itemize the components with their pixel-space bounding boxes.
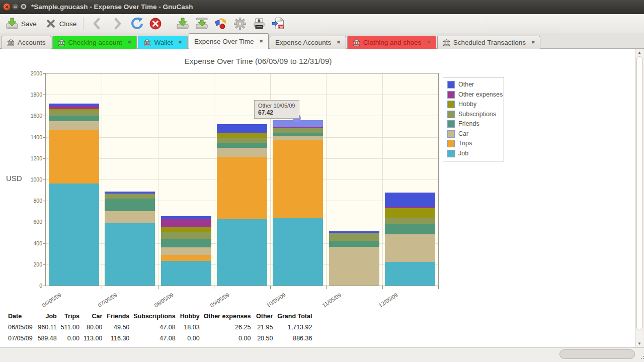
bar-segment-job-06-05-09[interactable] <box>49 184 99 286</box>
bar-segment-subscriptions-10-05-09[interactable] <box>273 128 323 133</box>
scroll-down-icon[interactable]: ▼ <box>636 340 643 347</box>
bar-segment-other-08-05-09[interactable] <box>161 216 211 219</box>
gear-icon <box>233 17 247 30</box>
bar-segment-friends-11-05-09[interactable] <box>329 241 379 247</box>
window-minimize-icon[interactable] <box>12 3 19 11</box>
bar-segment-job-09-05-09[interactable] <box>217 219 267 286</box>
tab-close-icon[interactable]: ✖ <box>178 40 182 45</box>
tab-close-icon[interactable]: ✖ <box>427 40 431 45</box>
y-tick-mark <box>43 222 45 222</box>
y-tick-mark <box>43 179 45 180</box>
bar-segment-car-09-05-09[interactable] <box>217 148 267 157</box>
y-tick-label: 200 <box>25 261 42 267</box>
bar-segment-car-10-05-09[interactable] <box>273 136 323 140</box>
tab-close-icon[interactable]: ✖ <box>531 40 535 45</box>
bar-segment-other-expenses-06-05-09[interactable] <box>49 106 99 109</box>
x-tick-label: 09/05/09 <box>209 292 231 309</box>
bar-segment-subscriptions-07-05-09[interactable] <box>105 194 155 199</box>
bar-segment-friends-12-05-09[interactable] <box>385 224 435 234</box>
horizontal-scrollbar-thumb[interactable] <box>559 349 635 359</box>
export-pdf-button[interactable]: PDF <box>270 16 286 32</box>
bar-segment-other-09-05-09[interactable] <box>217 124 267 133</box>
tab-expense-over-time[interactable]: Expense Over Time✖ <box>189 33 269 49</box>
bar-segment-other-12-05-09[interactable] <box>385 193 435 207</box>
bar-segment-subscriptions-06-05-09[interactable] <box>49 111 99 116</box>
bar-segment-hobby-08-05-09[interactable] <box>161 227 211 232</box>
bar-segment-subscriptions-11-05-09[interactable] <box>329 233 379 241</box>
tab-expense-accounts[interactable]: Expense Accounts✖ <box>270 36 346 49</box>
save-as-icon <box>195 17 208 30</box>
bar-segment-car-06-05-09[interactable] <box>49 121 99 130</box>
bar-segment-subscriptions-09-05-09[interactable] <box>217 138 267 143</box>
settings-button[interactable] <box>232 16 248 32</box>
bar-segment-trips-10-05-09[interactable] <box>273 140 323 218</box>
bar-segment-car-08-05-09[interactable] <box>161 247 211 255</box>
tab-bar: AccountsChecking account✖Wallet✖Expense … <box>0 33 644 49</box>
bar-segment-hobby-06-05-09[interactable] <box>49 109 99 111</box>
bar-segment-other-expenses-12-05-09[interactable] <box>385 207 435 208</box>
bar-segment-other-expenses-08-05-09[interactable] <box>161 219 211 227</box>
resize-grip[interactable] <box>641 358 642 359</box>
legend-item-other-expenses: Other expenses <box>447 90 500 100</box>
close-button[interactable]: Close <box>43 16 78 32</box>
bar-segment-subscriptions-08-05-09[interactable] <box>161 232 211 239</box>
bar-segment-other-07-05-09[interactable] <box>105 192 155 194</box>
y-tick-mark <box>43 201 45 201</box>
bar-segment-other-11-05-09[interactable] <box>329 231 379 233</box>
forward-button[interactable] <box>109 16 125 32</box>
legend-swatch <box>447 150 455 157</box>
bar-segment-hobby-12-05-09[interactable] <box>385 208 435 218</box>
bar-segment-car-11-05-09[interactable] <box>329 247 379 286</box>
bar-segment-job-08-05-09[interactable] <box>161 261 211 286</box>
bar-segment-friends-09-05-09[interactable] <box>217 143 267 148</box>
x-tick-mark <box>438 286 439 289</box>
bar-segment-job-07-05-09[interactable] <box>105 223 155 286</box>
print-button[interactable] <box>251 16 267 32</box>
bar-segment-car-12-05-09[interactable] <box>385 234 435 262</box>
back-icon <box>91 17 104 30</box>
bar-segment-friends-07-05-09[interactable] <box>105 199 155 211</box>
window-maximize-icon[interactable] <box>20 3 27 11</box>
bar-segment-friends-10-05-09[interactable] <box>273 133 323 136</box>
tab-close-icon[interactable]: ✖ <box>260 39 264 44</box>
bank-icon <box>143 39 151 46</box>
x-tick-label: 11/05/09 <box>321 292 343 309</box>
reload-button[interactable] <box>128 16 144 32</box>
data-table: DateJobTripsCarFriendsSubscriptionsHobby… <box>5 311 312 344</box>
bar-segment-trips-06-05-09[interactable] <box>49 130 99 184</box>
bar-segment-other-expenses-10-05-09[interactable] <box>273 127 323 128</box>
bar-segment-job-10-05-09[interactable] <box>273 218 323 286</box>
options-button[interactable] <box>213 16 229 32</box>
legend-label: Friends <box>458 119 479 129</box>
bar-segment-hobby-09-05-09[interactable] <box>217 133 267 138</box>
bar-segment-other-06-05-09[interactable] <box>49 104 99 106</box>
tab-scheduled-transactions[interactable]: Scheduled Transactions✖ <box>437 36 541 49</box>
tab-clothing-and-shoes[interactable]: Clothing and shoes✖ <box>347 36 436 49</box>
bar-segment-trips-08-05-09[interactable] <box>161 255 211 261</box>
bar-segment-subscriptions-12-05-09[interactable] <box>385 218 435 224</box>
tab-close-icon[interactable]: ✖ <box>337 40 341 45</box>
bar-segment-friends-08-05-09[interactable] <box>161 239 211 247</box>
window-close-icon[interactable]: ✕ <box>3 3 11 11</box>
tab-close-icon[interactable]: ✖ <box>128 40 132 45</box>
table-cell: 18.03 <box>176 322 200 333</box>
bar-segment-trips-09-05-09[interactable] <box>217 157 267 219</box>
bar-segment-friends-06-05-09[interactable] <box>49 116 99 121</box>
bar-segment-job-12-05-09[interactable] <box>385 262 435 286</box>
bar-segment-car-07-05-09[interactable] <box>105 211 155 223</box>
save-button[interactable]: Save <box>4 16 38 32</box>
tab-wallet[interactable]: Wallet✖ <box>138 36 188 49</box>
tab-checking-account[interactable]: Checking account✖ <box>52 36 137 49</box>
scroll-up-icon[interactable]: ▲ <box>636 49 643 56</box>
tab-label: Wallet <box>154 39 173 46</box>
x-tick-mark <box>326 286 327 289</box>
tab-accounts[interactable]: Accounts <box>2 36 51 49</box>
back-button[interactable] <box>89 16 105 32</box>
table-cell: 113.00 <box>79 333 102 344</box>
column-header-car: Car <box>79 311 102 322</box>
vertical-scrollbar-thumb[interactable] <box>636 56 642 330</box>
save-as-button[interactable] <box>194 16 210 32</box>
export-button[interactable] <box>175 16 191 32</box>
vertical-scrollbar[interactable]: ▲ ▼ <box>635 49 643 347</box>
stop-button[interactable] <box>147 16 164 32</box>
